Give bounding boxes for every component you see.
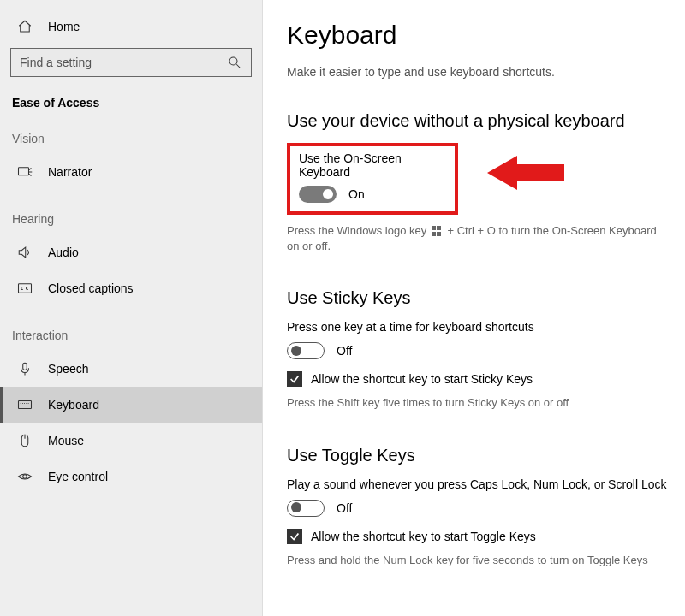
- nav-label: Keyboard: [48, 398, 99, 412]
- sticky-toggle[interactable]: Off: [287, 342, 668, 359]
- sidebar-item-narrator[interactable]: Narrator: [0, 154, 262, 190]
- svg-rect-4: [19, 401, 32, 409]
- home-nav[interactable]: Home: [0, 10, 262, 43]
- sticky-heading: Use Sticky Keys: [287, 288, 668, 308]
- onscreen-heading: Use your device without a physical keybo…: [287, 111, 668, 131]
- togglekeys-heading: Use Toggle Keys: [287, 446, 668, 465]
- sticky-shortcut-checkbox[interactable]: Allow the shortcut key to start Sticky K…: [287, 371, 668, 387]
- group-vision-label: Vision: [0, 132, 262, 154]
- sidebar-item-mouse[interactable]: Mouse: [0, 423, 262, 459]
- windows-key-icon: [432, 226, 443, 237]
- sticky-hint: Press the Shift key five times to turn S…: [287, 395, 668, 411]
- toggle-switch-off: [287, 342, 325, 359]
- checkbox-checked-icon: [287, 529, 302, 544]
- nav-label: Narrator: [48, 165, 92, 179]
- main-content: Keyboard Make it easier to type and use …: [263, 0, 685, 616]
- sidebar-item-closed-captions[interactable]: Closed captions: [0, 270, 262, 306]
- sidebar-item-speech[interactable]: Speech: [0, 351, 262, 387]
- nav-label: Audio: [48, 246, 79, 259]
- toggle-state: Off: [337, 344, 352, 358]
- svg-point-0: [229, 57, 237, 65]
- search-icon: [227, 55, 242, 70]
- onscreen-toggle[interactable]: On: [299, 186, 446, 203]
- sticky-desc: Press one key at a time for keyboard sho…: [287, 320, 668, 334]
- callout-arrow-icon: [487, 151, 564, 197]
- toggle-switch-on: [299, 186, 337, 203]
- audio-icon: [17, 245, 33, 260]
- togglekeys-desc: Play a sound whenever you press Caps Loc…: [287, 477, 668, 491]
- togglekeys-hint: Press and hold the Num Lock key for five…: [287, 553, 668, 568]
- home-icon: [17, 19, 33, 34]
- checkbox-label: Allow the shortcut key to start Toggle K…: [311, 530, 536, 543]
- page-subtitle: Make it easier to type and use keyboard …: [287, 65, 668, 79]
- search-input[interactable]: Find a setting: [10, 48, 252, 77]
- nav-label: Mouse: [48, 434, 84, 447]
- svg-rect-2: [19, 284, 32, 293]
- nav-label: Closed captions: [48, 281, 134, 295]
- onscreen-hint: Press the Windows logo key + Ctrl + O to…: [287, 223, 668, 254]
- highlighted-setting: Use the On-Screen Keyboard On: [287, 143, 458, 215]
- togglekeys-shortcut-checkbox[interactable]: Allow the shortcut key to start Toggle K…: [287, 529, 668, 544]
- sidebar-item-audio[interactable]: Audio: [0, 234, 262, 270]
- nav-label: Speech: [48, 362, 88, 376]
- eye-icon: [17, 469, 33, 484]
- search-placeholder: Find a setting: [20, 56, 92, 69]
- group-hearing-label: Hearing: [0, 212, 262, 234]
- checkbox-label: Allow the shortcut key to start Sticky K…: [311, 372, 533, 386]
- toggle-switch-off: [287, 500, 325, 517]
- speech-icon: [17, 361, 33, 376]
- toggle-state: On: [348, 187, 365, 201]
- nav-label: Eye control: [48, 470, 108, 483]
- captions-icon: [17, 281, 33, 296]
- svg-point-6: [23, 475, 27, 479]
- home-label: Home: [48, 20, 80, 33]
- togglekeys-toggle[interactable]: Off: [287, 500, 668, 517]
- settings-sidebar: Home Find a setting Ease of Access Visio…: [0, 0, 263, 616]
- page-title: Keyboard: [287, 21, 668, 50]
- sticky-keys-section: Use Sticky Keys Press one key at a time …: [287, 288, 668, 411]
- toggle-keys-section: Use Toggle Keys Play a sound whenever yo…: [287, 446, 668, 568]
- toggle-state: Off: [337, 501, 352, 515]
- svg-rect-3: [23, 363, 27, 370]
- svg-marker-7: [487, 156, 564, 190]
- sidebar-item-keyboard[interactable]: Keyboard: [0, 387, 262, 423]
- checkbox-checked-icon: [287, 371, 302, 387]
- narrator-icon: [17, 164, 33, 180]
- svg-rect-1: [19, 168, 29, 175]
- onscreen-label: Use the On-Screen Keyboard: [299, 151, 446, 179]
- sidebar-item-eye-control[interactable]: Eye control: [0, 459, 262, 495]
- keyboard-icon: [17, 397, 33, 412]
- mouse-icon: [17, 433, 33, 448]
- onscreen-keyboard-section: Use your device without a physical keybo…: [287, 111, 668, 254]
- category-title: Ease of Access: [0, 92, 262, 132]
- group-interaction-label: Interaction: [0, 329, 262, 351]
